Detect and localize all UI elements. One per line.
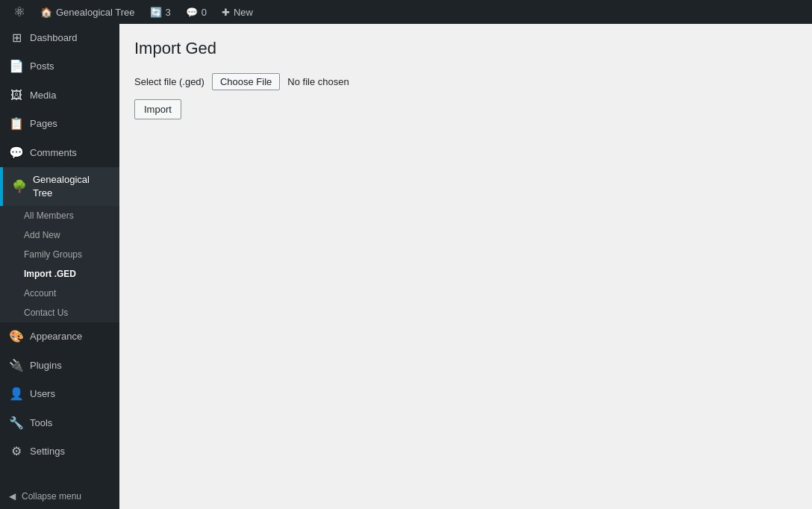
no-file-chosen-text: No file chosen: [287, 76, 349, 87]
submenu-family-groups[interactable]: Family Groups: [0, 245, 119, 264]
sidebar-label-plugins: Plugins: [30, 359, 62, 372]
wp-logo[interactable]: ⚛: [6, 0, 33, 24]
settings-icon: ⚙: [9, 443, 24, 460]
submenu-import-ged[interactable]: Import .GED: [0, 264, 119, 284]
sidebar-item-media[interactable]: 🖼 Media: [0, 81, 119, 110]
appearance-icon: 🎨: [9, 328, 24, 345]
new-item[interactable]: ✚ New: [214, 0, 260, 24]
site-name-item[interactable]: 🏠 Genealogical Tree: [33, 0, 143, 24]
genealogical-tree-icon: 🌳: [12, 178, 27, 195]
pages-icon: 📋: [9, 116, 24, 132]
sidebar-label-settings: Settings: [30, 445, 65, 458]
plus-icon: ✚: [222, 7, 230, 18]
sidebar-label-posts: Posts: [30, 60, 54, 73]
sidebar-item-posts[interactable]: 📄 Posts: [0, 52, 119, 81]
main-content: Import Ged Select file (.ged) Choose Fil…: [119, 24, 812, 509]
sidebar-label-media: Media: [30, 89, 56, 102]
collapse-menu-button[interactable]: ◀ Collapse menu: [0, 484, 119, 509]
sidebar-item-genealogical-tree[interactable]: 🌳 Genealogical Tree: [0, 167, 119, 206]
collapse-icon: ◀: [9, 491, 16, 502]
sidebar-item-users[interactable]: 👤 Users: [0, 380, 119, 408]
submenu-contact-us[interactable]: Contact Us: [0, 303, 119, 322]
tools-icon: 🔧: [9, 415, 24, 431]
collapse-label: Collapse menu: [22, 491, 81, 502]
wp-icon: ⚛: [13, 4, 25, 20]
submenu-account[interactable]: Account: [0, 284, 119, 303]
import-row: Import: [134, 99, 797, 119]
site-icon: 🏠: [40, 7, 52, 18]
sidebar-item-appearance[interactable]: 🎨 Appearance: [0, 322, 119, 351]
updates-icon: 🔄: [150, 7, 162, 18]
new-label: New: [234, 7, 253, 18]
sidebar-label-pages: Pages: [30, 117, 57, 131]
sidebar-item-dashboard[interactable]: ⊞ Dashboard: [0, 24, 119, 52]
dashboard-icon: ⊞: [9, 30, 24, 46]
file-label: Select file (.ged): [134, 76, 204, 87]
comments-item[interactable]: 💬 0: [178, 0, 214, 24]
posts-icon: 📄: [9, 58, 24, 75]
genealogical-tree-submenu: All Members Add New Family Groups Import…: [0, 206, 119, 322]
sidebar-item-pages[interactable]: 📋 Pages: [0, 110, 119, 138]
sidebar-item-comments[interactable]: 💬 Comments: [0, 139, 119, 167]
sidebar-label-genealogical-tree: Genealogical Tree: [33, 173, 110, 200]
comments-sidebar-icon: 💬: [9, 145, 24, 161]
updates-item[interactable]: 🔄 3: [143, 0, 178, 24]
sidebar-item-settings[interactable]: ⚙ Settings: [0, 437, 119, 466]
choose-file-button[interactable]: Choose File: [212, 73, 280, 90]
file-input-row: Select file (.ged) Choose File No file c…: [134, 73, 797, 90]
sidebar-label-comments: Comments: [30, 146, 77, 160]
submenu-add-new[interactable]: Add New: [0, 225, 119, 245]
comments-icon: 💬: [186, 7, 198, 18]
sidebar-label-dashboard: Dashboard: [30, 31, 78, 45]
site-name-label: Genealogical Tree: [56, 7, 135, 18]
submenu-all-members[interactable]: All Members: [0, 206, 119, 225]
sidebar-item-tools[interactable]: 🔧 Tools: [0, 409, 119, 437]
sidebar-item-plugins[interactable]: 🔌 Plugins: [0, 352, 119, 380]
sidebar-label-tools: Tools: [30, 416, 52, 430]
users-icon: 👤: [9, 386, 24, 402]
import-button[interactable]: Import: [134, 99, 181, 119]
media-icon: 🖼: [9, 87, 24, 104]
sidebar-label-users: Users: [30, 387, 55, 401]
comments-count: 0: [202, 7, 207, 18]
plugins-icon: 🔌: [9, 357, 24, 374]
updates-count: 3: [166, 7, 171, 18]
page-title: Import Ged: [134, 39, 797, 58]
sidebar-label-appearance: Appearance: [30, 330, 82, 343]
